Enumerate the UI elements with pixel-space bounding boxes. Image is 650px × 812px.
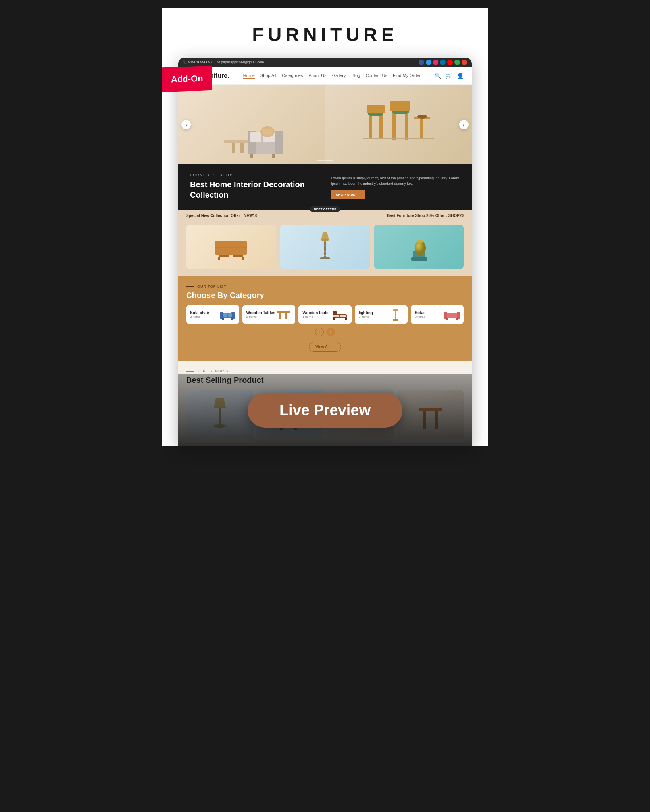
svg-rect-55 <box>285 313 287 319</box>
showcase-card-furniture[interactable] <box>186 225 276 269</box>
svg-rect-15 <box>367 105 385 113</box>
svg-point-26 <box>417 115 427 119</box>
svg-rect-47 <box>220 312 223 319</box>
svg-rect-66 <box>444 312 447 319</box>
svg-rect-53 <box>277 311 290 313</box>
facebook-icon[interactable] <box>419 60 424 65</box>
info-description: Lorem Ipsum is simply dummy text of the … <box>331 175 460 187</box>
nav-gallery[interactable]: Gallery <box>332 73 346 79</box>
gmail-icon[interactable] <box>462 60 467 65</box>
cat-lighting-count: 2 Items <box>359 315 388 319</box>
svg-marker-62 <box>392 309 399 311</box>
cat-beds-info: Wooden beds 1 Items <box>302 311 332 319</box>
svg-rect-61 <box>345 318 347 320</box>
nav-shop-all[interactable]: Shop All <box>260 73 276 79</box>
main-title: FURNITURE <box>170 24 480 46</box>
pagination-prev[interactable]: ‹ <box>315 328 324 336</box>
svg-rect-25 <box>420 119 423 138</box>
navbar: F Furniture. Home Shop All Categories Ab… <box>178 67 472 85</box>
twitter-icon[interactable] <box>426 60 431 65</box>
category-section-title: Choose By Category <box>186 291 464 300</box>
category-pagination: ‹ › <box>186 324 464 340</box>
info-label: FURNITURE SHOP <box>190 173 319 177</box>
category-lighting[interactable]: lighting 2 Items <box>355 305 408 324</box>
svg-rect-52 <box>228 313 232 317</box>
google-icon[interactable] <box>454 60 460 65</box>
category-wooden-beds[interactable]: Wooden beds 1 Items <box>298 305 352 324</box>
nav-categories[interactable]: Categories <box>282 73 303 79</box>
sofa-chair-icon <box>219 309 235 321</box>
svg-rect-13 <box>369 114 372 138</box>
youtube-icon[interactable] <box>447 60 453 65</box>
svg-rect-10 <box>250 154 253 158</box>
pagination-next[interactable]: › <box>326 328 335 336</box>
svg-rect-23 <box>392 111 409 113</box>
cat-tables-info: Wooden Tables 2 Items <box>246 311 276 319</box>
category-wooden-tables[interactable]: Wooden Tables 2 Items <box>242 305 296 324</box>
svg-rect-21 <box>390 101 410 111</box>
topbar-left: 📞 919016996697 ✉ paperapp0244@gmail.com <box>183 60 264 64</box>
info-right: Lorem Ipsum is simply dummy text of the … <box>331 173 460 202</box>
nav-actions: 🔍 🛒 👤 <box>435 72 464 79</box>
wooden-beds-icon <box>332 309 348 321</box>
cart-icon[interactable]: 🛒 <box>446 72 453 79</box>
showcase-card-vase[interactable] <box>374 225 464 269</box>
svg-rect-54 <box>279 313 281 319</box>
info-section: FURNITURE SHOP Best Home Interior Decora… <box>178 164 472 210</box>
svg-rect-6 <box>250 132 261 142</box>
main-title-area: FURNITURE <box>162 8 488 58</box>
search-icon[interactable]: 🔍 <box>435 72 442 79</box>
nav-blog[interactable]: Blog <box>351 73 360 79</box>
offers-bar: BEST OFFERS Special New Collection Offer… <box>178 210 472 221</box>
trending-label: TOP TRENDING <box>186 369 464 373</box>
product-showcase <box>178 221 472 276</box>
svg-rect-1 <box>232 143 235 153</box>
nav-links: Home Shop All Categories About Us Galler… <box>243 73 421 79</box>
cat-beds-name: Wooden beds <box>302 311 332 315</box>
hero-right-panel <box>325 85 472 164</box>
shop-now-button[interactable]: SHOP NOW → <box>331 190 365 199</box>
info-title: Best Home Interior Decoration Collection <box>190 179 319 200</box>
svg-rect-30 <box>233 255 243 257</box>
category-section-label: OUR TOP LIST <box>186 284 464 288</box>
nav-find-order[interactable]: Find My Order <box>393 73 421 79</box>
svg-marker-9 <box>262 129 273 134</box>
sofas-icon <box>444 309 460 321</box>
cat-tables-count: 2 Items <box>246 315 276 319</box>
category-sofa-chair[interactable]: Sofa chair 2 Items <box>186 305 239 324</box>
lighting-icon <box>388 309 404 321</box>
view-all-button[interactable]: View All → <box>309 342 341 352</box>
addon-badge: Add-On <box>162 66 212 92</box>
svg-rect-60 <box>333 318 335 320</box>
tv-stand-svg <box>213 233 249 261</box>
cat-sofa-name: Sofa chair <box>190 311 219 315</box>
category-sofas[interactable]: Sofas 3 Items <box>411 305 464 324</box>
wooden-tables-icon <box>275 309 291 321</box>
hero-left-panel <box>178 85 325 164</box>
nav-contact[interactable]: Contact Us <box>366 73 387 79</box>
user-icon[interactable]: 👤 <box>457 72 464 79</box>
nav-home[interactable]: Home <box>243 73 254 79</box>
svg-rect-50 <box>231 318 233 320</box>
live-preview-button[interactable]: Live Preview <box>248 393 402 428</box>
sofa-illustration <box>212 113 291 160</box>
linkedin-icon[interactable] <box>440 60 446 65</box>
svg-rect-19 <box>392 112 396 140</box>
showcase-card-lamp[interactable] <box>280 225 370 269</box>
instagram-icon[interactable] <box>433 60 438 65</box>
svg-rect-69 <box>456 318 458 320</box>
svg-rect-51 <box>223 313 227 317</box>
svg-rect-29 <box>219 255 229 257</box>
nav-about[interactable]: About Us <box>308 73 326 79</box>
trending-section: TOP TRENDING Best Selling Product <box>178 361 472 446</box>
svg-rect-5 <box>275 131 283 154</box>
phone-info: 📞 919016996697 <box>183 60 212 64</box>
hero-next-arrow[interactable]: › <box>459 120 469 129</box>
svg-rect-59 <box>340 315 346 317</box>
cat-sofas-info: Sofas 3 Items <box>415 311 444 319</box>
svg-rect-65 <box>446 313 458 318</box>
svg-rect-36 <box>320 257 330 259</box>
hero-content <box>178 85 472 164</box>
hero-prev-arrow[interactable]: ‹ <box>181 120 191 129</box>
chairs-illustration <box>363 93 434 156</box>
